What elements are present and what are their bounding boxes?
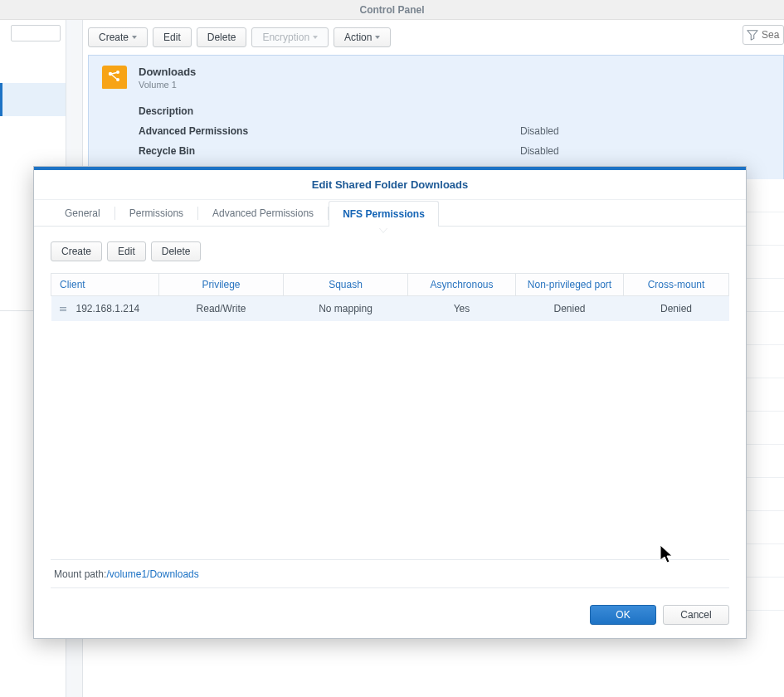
description-label: Description bbox=[139, 105, 520, 117]
caret-down-icon bbox=[313, 36, 318, 39]
mount-path-label: Mount path: bbox=[54, 568, 106, 580]
recycle-bin-label: Recycle Bin bbox=[139, 145, 520, 157]
create-button[interactable]: Create bbox=[88, 27, 148, 47]
encryption-button-label: Encryption bbox=[262, 32, 309, 43]
nfs-toolbar: Create Edit Delete bbox=[51, 241, 729, 261]
table-header-row: Client Privilege Squash Asynchronous Non… bbox=[51, 274, 729, 296]
col-cross-mount[interactable]: Cross-mount bbox=[624, 274, 729, 296]
advanced-permissions-value: Disabled bbox=[520, 125, 559, 137]
drag-handle-icon[interactable] bbox=[60, 307, 66, 311]
tab-permissions[interactable]: Permissions bbox=[115, 200, 197, 226]
svg-line-4 bbox=[112, 75, 117, 79]
search-input[interactable] bbox=[762, 29, 784, 41]
cell-cross: Denied bbox=[624, 296, 729, 322]
tab-general[interactable]: General bbox=[51, 200, 114, 226]
cell-privilege: Read/Write bbox=[159, 296, 284, 322]
action-button-label: Action bbox=[344, 32, 372, 43]
dialog-footer: OK Cancel bbox=[34, 605, 746, 625]
folder-name: Downloads bbox=[139, 66, 196, 78]
recycle-bin-value: Disabled bbox=[520, 145, 559, 157]
separator bbox=[51, 559, 729, 560]
dialog-body: Create Edit Delete Client Privilege Squa… bbox=[34, 227, 746, 321]
shared-folder-icon bbox=[102, 66, 127, 89]
mount-path-value: /volume1/Downloads bbox=[106, 568, 198, 580]
cell-async: Yes bbox=[408, 296, 516, 322]
col-privilege[interactable]: Privilege bbox=[159, 274, 284, 296]
ok-button[interactable]: OK bbox=[590, 605, 656, 625]
caret-down-icon bbox=[132, 36, 137, 39]
search-box[interactable] bbox=[743, 25, 784, 45]
edit-button[interactable]: Edit bbox=[153, 27, 192, 47]
dialog-tabs: General Permissions Advanced Permissions… bbox=[34, 200, 746, 227]
main-toolbar: Create Edit Delete Encryption Action bbox=[88, 25, 784, 50]
sidebar-item-selected[interactable] bbox=[0, 83, 66, 116]
tab-advanced-permissions[interactable]: Advanced Permissions bbox=[198, 200, 328, 226]
control-panel-title: Control Panel bbox=[0, 0, 784, 20]
nfs-delete-button[interactable]: Delete bbox=[151, 241, 202, 261]
col-non-privileged-port[interactable]: Non-privileged port bbox=[516, 274, 624, 296]
mount-path-row: Mount path:/volume1/Downloads bbox=[54, 568, 199, 580]
separator bbox=[51, 587, 729, 588]
sidebar-search-box[interactable] bbox=[11, 25, 61, 41]
nfs-permissions-table: Client Privilege Squash Asynchronous Non… bbox=[51, 273, 729, 321]
col-asynchronous[interactable]: Asynchronous bbox=[408, 274, 516, 296]
edit-shared-folder-dialog: Edit Shared Folder Downloads General Per… bbox=[33, 166, 747, 639]
tab-nfs-permissions[interactable]: NFS Permissions bbox=[329, 201, 439, 227]
col-squash[interactable]: Squash bbox=[284, 274, 408, 296]
create-button-label: Create bbox=[99, 32, 129, 43]
cell-client: 192.168.1.214 bbox=[76, 303, 140, 314]
nfs-edit-button[interactable]: Edit bbox=[107, 241, 146, 261]
col-client[interactable]: Client bbox=[51, 274, 159, 296]
folder-panel[interactable]: Downloads Volume 1 Description Advanced … bbox=[88, 55, 784, 179]
cancel-button[interactable]: Cancel bbox=[663, 605, 729, 625]
nfs-rule-row[interactable]: 192.168.1.214 Read/Write No mapping Yes … bbox=[51, 296, 729, 322]
cell-squash: No mapping bbox=[284, 296, 408, 322]
cell-nonpriv: Denied bbox=[516, 296, 624, 322]
svg-point-1 bbox=[116, 71, 119, 74]
encryption-button: Encryption bbox=[251, 27, 329, 47]
advanced-permissions-label: Advanced Permissions bbox=[139, 125, 520, 137]
nfs-create-button[interactable]: Create bbox=[51, 241, 102, 261]
dialog-title: Edit Shared Folder Downloads bbox=[34, 170, 746, 200]
svg-line-3 bbox=[112, 73, 117, 75]
folder-volume: Volume 1 bbox=[139, 80, 196, 90]
action-button[interactable]: Action bbox=[334, 27, 391, 47]
filter-icon bbox=[747, 29, 758, 41]
delete-button[interactable]: Delete bbox=[197, 27, 247, 47]
caret-down-icon bbox=[375, 36, 380, 39]
